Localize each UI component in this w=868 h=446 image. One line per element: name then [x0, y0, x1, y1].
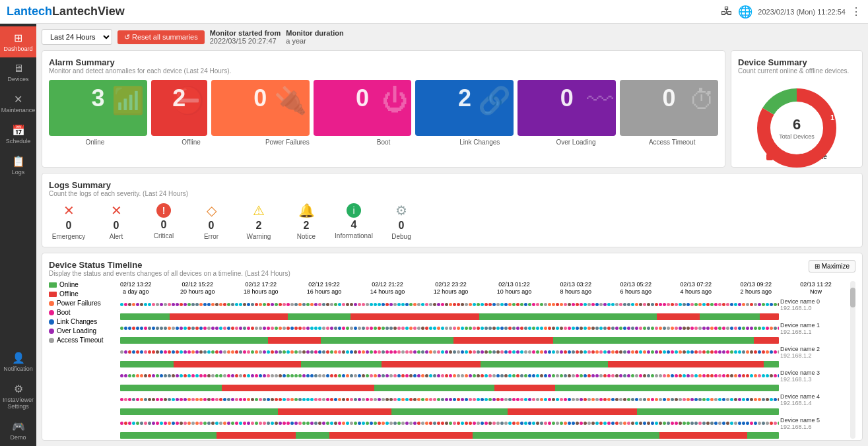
alarm-tile-power[interactable]: 0 🔌 [211, 80, 310, 136]
dot [187, 303, 191, 306]
dot [172, 303, 175, 306]
sidebar-item-settings[interactable]: ⚙ InstaViewer Settings [0, 377, 36, 415]
power-icon: 🔌 [274, 85, 307, 116]
dot [726, 350, 729, 354]
alarm-tile-overloading[interactable]: 0 〰 [517, 80, 616, 136]
timeline-scrollbar[interactable] [850, 281, 855, 439]
dot [568, 327, 571, 330]
sidebar-item-demo[interactable]: 🎮 Demo [0, 415, 36, 446]
dot [532, 374, 535, 377]
timeline-dots-row-1: Device name 1192.168.1.1 [120, 322, 840, 335]
dot [405, 422, 409, 425]
dot [156, 374, 159, 377]
sidebar-item-logs[interactable]: 📋 Logs [0, 150, 36, 181]
dot [698, 422, 702, 425]
alarm-tiles: 3 📶 2 ⛔ 0 🔌 [49, 80, 718, 136]
dot [180, 374, 183, 377]
dot [425, 422, 428, 425]
dot [572, 327, 575, 330]
dot [417, 398, 420, 401]
alarm-tile-timeout[interactable]: 0 ⏱ [620, 80, 718, 136]
alert-count: 0 [114, 220, 119, 232]
dot [754, 374, 757, 377]
sidebar-item-dashboard[interactable]: ⊞ Dashboard [0, 26, 36, 57]
dot [449, 422, 452, 425]
dot [690, 398, 694, 401]
sidebar-item-devices[interactable]: 🖥 Devices [0, 57, 36, 88]
dot [572, 350, 575, 354]
dot [366, 374, 369, 377]
dot [286, 303, 290, 306]
timeline-scrollbar-thumb[interactable] [850, 288, 855, 307]
dot [556, 350, 559, 354]
sidebar-item-notification[interactable]: 👤 Notification [0, 346, 36, 377]
demo-icon: 🎮 [12, 420, 25, 433]
dot [298, 350, 302, 354]
timeout-count: 0 [663, 86, 676, 110]
dot [350, 350, 353, 354]
dot [469, 422, 472, 425]
dot [599, 327, 603, 330]
dot [128, 374, 131, 377]
dot [350, 303, 353, 306]
dot [504, 422, 508, 425]
time-range-select[interactable]: Last 24 Hours Last 7 Days Last 30 Days [42, 29, 112, 45]
alarm-tile-link[interactable]: 2 🔗 [415, 80, 514, 136]
dot [263, 374, 266, 377]
dot [366, 422, 369, 425]
sidebar-item-schedule[interactable]: 📅 Schedule [0, 119, 36, 150]
dot [663, 303, 666, 306]
dot [738, 422, 741, 425]
dot [251, 350, 254, 354]
dot [512, 327, 516, 330]
dot [774, 303, 777, 306]
dot [417, 374, 420, 377]
alarm-tile-offline[interactable]: 2 ⛔ [151, 80, 207, 136]
dot [481, 327, 484, 330]
dot [778, 327, 779, 330]
dot [552, 398, 555, 401]
dot [710, 398, 714, 401]
maximize-button[interactable]: ⊞ Maximize [809, 260, 855, 272]
reset-all-button[interactable]: ↺ Reset all summaries [117, 30, 205, 44]
dot [187, 327, 191, 330]
online-count: 3 [91, 86, 104, 110]
dot [738, 398, 741, 401]
sidebar-item-maintenance[interactable]: ✕ Maintenance [0, 88, 36, 119]
dot [413, 398, 417, 401]
dot [187, 374, 191, 377]
dot [643, 350, 646, 354]
dot [330, 350, 333, 354]
dot [437, 422, 440, 425]
dot [358, 422, 361, 425]
dot [524, 350, 527, 354]
dot [484, 398, 488, 401]
dot [302, 327, 306, 330]
dot [290, 398, 294, 401]
dot [611, 327, 615, 330]
alarm-tile-online[interactable]: 3 📶 [49, 80, 147, 136]
dot [429, 327, 432, 330]
dot [766, 398, 769, 401]
dot [263, 398, 266, 401]
offline-donut-count: 5 [759, 86, 763, 94]
dot [758, 350, 761, 354]
dot [286, 350, 290, 354]
dot [314, 398, 317, 401]
dot [623, 303, 626, 306]
dot [346, 327, 349, 330]
dot [477, 327, 480, 330]
dot [298, 398, 302, 401]
dot [314, 327, 317, 330]
logs-summary-title: Logs Summary [49, 180, 855, 190]
alarm-tile-boot[interactable]: 0 ⏻ [314, 80, 412, 136]
menu-dots-icon[interactable]: ⋮ [851, 5, 861, 18]
dot [156, 422, 159, 425]
dot [770, 398, 773, 401]
dot [599, 303, 603, 306]
dot [215, 327, 218, 330]
dot [758, 398, 761, 401]
dot [544, 327, 547, 330]
dot [227, 350, 230, 354]
summary-row: Alarm Summary Monitor and detect anomali… [42, 50, 863, 168]
